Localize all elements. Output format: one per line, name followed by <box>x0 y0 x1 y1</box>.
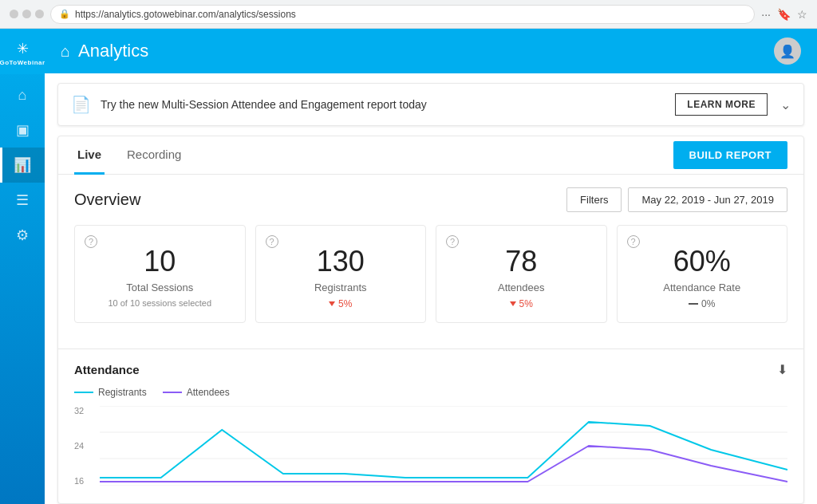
legend-item-registrants: Registrants <box>74 387 147 398</box>
settings-icon: ⚙ <box>16 226 29 244</box>
stat-change-registrants: 5% <box>269 298 413 309</box>
stats-grid: ? 10 Total Sessions 10 of 10 sessions se… <box>74 225 787 323</box>
browser-menu-icon[interactable]: ··· <box>761 8 771 21</box>
attendance-header: Attendance ⬇ <box>74 362 787 377</box>
stat-label-rate: Attendance Rate <box>630 282 775 293</box>
stat-label-sessions: Total Sessions <box>88 282 232 293</box>
monitor-icon: ▣ <box>16 121 30 139</box>
lock-icon: 🔒 <box>59 9 70 19</box>
stat-help-icon-sessions[interactable]: ? <box>85 235 97 248</box>
chart-area: 32 24 16 <box>74 406 787 486</box>
stat-label-registrants: Registrants <box>269 282 413 293</box>
browser-chrome: 🔒 https://analytics.gotowebinar.com/anal… <box>0 0 817 29</box>
stat-sub-sessions: 10 of 10 sessions selected <box>88 298 232 308</box>
sidebar: ✳ GoToWebinar ⌂ ▣ 📊 ☰ ⚙ <box>0 29 45 504</box>
dash-icon <box>689 303 698 305</box>
document-icon: 📄 <box>71 95 91 114</box>
legend-label-registrants: Registrants <box>98 387 147 398</box>
tab-live-label: Live <box>77 148 101 161</box>
promo-banner: 📄 Try the new Multi-Session Attendee and… <box>57 83 804 126</box>
stat-value-attendees: 78 <box>449 245 594 278</box>
chart-svg <box>100 406 787 486</box>
tab-recording-label: Recording <box>127 148 181 161</box>
overview-controls: Filters May 22, 2019 - Jun 27, 2019 <box>566 187 787 212</box>
arrow-down-icon-attendees <box>510 301 516 306</box>
table-icon: ☰ <box>16 191 29 209</box>
stat-help-icon-attendees[interactable]: ? <box>446 235 459 248</box>
overview-header: Overview Filters May 22, 2019 - Jun 27, … <box>74 187 787 212</box>
app-wrapper: ✳ GoToWebinar ⌂ ▣ 📊 ☰ ⚙ ⌂ Analytics <box>0 29 817 504</box>
home-icon: ⌂ <box>18 87 27 104</box>
overview-title: Overview <box>74 191 140 209</box>
browser-dots <box>10 10 44 18</box>
avatar[interactable]: 👤 <box>774 37 801 65</box>
date-range-button[interactable]: May 22, 2019 - Jun 27, 2019 <box>628 187 787 212</box>
browser-actions: ··· 🔖 ☆ <box>761 8 807 21</box>
header-icon: ⌂ <box>61 42 70 61</box>
sidebar-item-home[interactable]: ⌂ <box>0 77 45 112</box>
arrow-down-icon <box>329 301 335 306</box>
stat-change-value-registrants: 5% <box>338 298 352 309</box>
banner-text: Try the new Multi-Session Attendee and E… <box>101 98 675 111</box>
attendance-section: Attendance ⬇ Registrants Attendees 32 <box>58 348 803 498</box>
bookmark-icon[interactable]: 🔖 <box>777 8 791 21</box>
y-label-16: 16 <box>74 476 97 486</box>
sidebar-item-monitor[interactable]: ▣ <box>0 112 45 148</box>
url-bar[interactable]: 🔒 https://analytics.gotowebinar.com/anal… <box>50 5 755 24</box>
overview-section: Overview Filters May 22, 2019 - Jun 27, … <box>58 175 803 348</box>
star-icon[interactable]: ☆ <box>797 8 807 21</box>
build-report-button[interactable]: BUILD REPORT <box>673 141 788 169</box>
chart-y-labels: 32 24 16 <box>74 406 97 486</box>
chart-icon: 📊 <box>14 156 31 174</box>
stat-change-value-attendees: 5% <box>519 298 533 309</box>
logo-text: GoToWebinar <box>0 59 45 66</box>
chart-legend: Registrants Attendees <box>74 387 787 398</box>
tabs-bar: Live Recording BUILD REPORT <box>58 136 803 175</box>
browser-dot-1 <box>10 10 18 18</box>
tab-live[interactable]: Live <box>74 136 105 175</box>
registrants-line <box>100 422 787 478</box>
page-title: Analytics <box>78 41 148 61</box>
y-label-24: 24 <box>74 441 97 451</box>
avatar-icon: 👤 <box>780 44 795 59</box>
legend-item-attendees: Attendees <box>163 387 230 398</box>
legend-line-attendees <box>163 392 182 393</box>
sidebar-item-table[interactable]: ☰ <box>0 183 45 218</box>
y-label-32: 32 <box>74 406 97 415</box>
stat-help-icon-registrants[interactable]: ? <box>266 235 278 248</box>
filters-button[interactable]: Filters <box>566 187 622 212</box>
url-text: https://analytics.gotowebinar.com/analyt… <box>75 9 296 20</box>
sidebar-nav: ⌂ ▣ 📊 ☰ ⚙ <box>0 77 45 253</box>
stat-card-registrants: ? 130 Registrants 5% <box>255 225 427 323</box>
legend-line-registrants <box>74 392 93 393</box>
tab-recording[interactable]: Recording <box>124 136 184 175</box>
browser-dot-2 <box>22 10 31 18</box>
sidebar-item-settings[interactable]: ⚙ <box>0 218 45 253</box>
stat-change-attendees: 5% <box>449 298 594 309</box>
stat-help-icon-rate[interactable]: ? <box>627 235 640 248</box>
stat-value-sessions: 10 <box>88 245 232 278</box>
stat-card-attendees: ? 78 Attendees 5% <box>436 225 607 323</box>
stat-card-total-sessions: ? 10 Total Sessions 10 of 10 sessions se… <box>74 225 246 323</box>
stat-label-attendees: Attendees <box>449 282 594 293</box>
stat-value-registrants: 130 <box>269 245 413 278</box>
stat-change-rate: 0% <box>630 298 775 309</box>
attendance-title: Attendance <box>74 363 140 376</box>
legend-label-attendees: Attendees <box>187 387 230 398</box>
download-icon[interactable]: ⬇ <box>777 362 787 377</box>
learn-more-button[interactable]: LEARN MORE <box>675 93 768 116</box>
page-header: ⌂ Analytics 👤 <box>45 29 817 73</box>
sidebar-logo: ✳ GoToWebinar <box>0 29 45 74</box>
main-panel: Live Recording BUILD REPORT Overview Fil… <box>57 136 804 504</box>
stat-card-attendance-rate: ? 60% Attendance Rate 0% <box>617 225 788 323</box>
attendees-line <box>100 446 787 482</box>
stat-value-rate: 60% <box>630 245 775 278</box>
attendance-svg <box>100 406 787 486</box>
logo-icon: ✳ <box>17 40 29 57</box>
content-area: ⌂ Analytics 👤 📄 Try the new Multi-Sessio… <box>45 29 817 504</box>
banner-close-icon[interactable]: ⌄ <box>780 97 791 112</box>
sidebar-item-chart[interactable]: 📊 <box>0 148 45 183</box>
browser-dot-3 <box>35 10 44 18</box>
stat-change-value-rate: 0% <box>701 298 715 309</box>
